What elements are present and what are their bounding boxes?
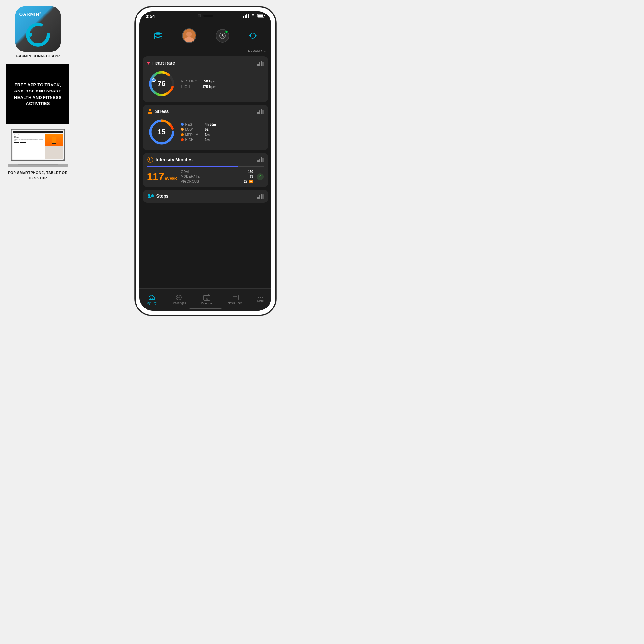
speaker <box>203 15 213 17</box>
svg-rect-7 <box>258 15 263 17</box>
intensity-check-icon: ✓ <box>257 173 264 180</box>
intensity-value-display: 117 /WEEK <box>147 171 178 183</box>
medium-dot <box>181 133 184 136</box>
vigorous-value: 27 <box>244 180 247 183</box>
stress-card[interactable]: Stress <box>143 105 268 150</box>
stress-rest-row: REST 4h 56m <box>181 123 216 126</box>
stress-medium-row: MEDIUM 3m <box>181 133 216 137</box>
moderate-value: 63 <box>250 175 253 178</box>
nav-news-feed[interactable]: News Feed <box>228 295 242 305</box>
steps-card[interactable]: Steps <box>143 190 268 203</box>
resting-stat: RESTING 58 bpm <box>181 79 217 83</box>
svg-rect-39 <box>257 160 259 162</box>
stress-high-label: HIGH <box>185 138 203 142</box>
nav-my-day[interactable]: My Day <box>147 295 157 305</box>
svg-rect-4 <box>246 14 247 18</box>
nav-challenges[interactable]: Challenges <box>172 295 186 305</box>
svg-rect-31 <box>259 110 260 114</box>
promo-panel: FREE APP TO TRACK, ANALYSE AND SHARE HEA… <box>6 64 69 124</box>
intensity-stats: GOAL 150 MODERATE 63 VIGOROUS 27 <box>181 170 253 183</box>
high-dot <box>181 138 184 141</box>
svg-point-46 <box>151 194 153 195</box>
watch-icon[interactable] <box>216 29 229 43</box>
avatar-face <box>183 29 196 42</box>
intensity-body: 117 /WEEK GOAL 150 MODERATE 63 <box>147 170 264 183</box>
svg-rect-42 <box>262 158 264 162</box>
stress-chart-icon[interactable] <box>257 109 264 114</box>
vigorous-label: VIGOROUS <box>181 180 199 183</box>
steps-chart-icon[interactable] <box>257 194 264 199</box>
notch <box>189 11 222 20</box>
nav-more[interactable]: More <box>257 297 264 303</box>
intensity-title: Intensity Minutes <box>147 157 193 163</box>
svg-rect-48 <box>259 195 260 199</box>
stress-low-row: LOW 52m <box>181 128 216 131</box>
laptop-caption: FOR SMARTPHONE, TABLET OR DESKTOP <box>6 170 69 181</box>
app-title: GARMIN CONNECT APP <box>16 54 60 58</box>
svg-rect-40 <box>259 159 260 162</box>
watch-online-dot <box>225 30 228 33</box>
heart-rate-card[interactable]: ♥ Heart Rate <box>143 56 268 102</box>
garmin-c-logo <box>25 22 51 48</box>
svg-rect-3 <box>245 15 246 18</box>
avatar[interactable] <box>182 28 196 43</box>
nav-calendar[interactable]: 31 Calendar <box>201 294 213 305</box>
stress-value: 15 <box>157 128 165 136</box>
phone-nav-header <box>139 25 271 46</box>
intensity-chart-icon[interactable] <box>257 157 264 162</box>
heart-rate-chart-icon[interactable] <box>257 61 264 66</box>
heart-rate-body: 76 RESTING 58 bpm HIGH 175 bpm <box>147 69 264 98</box>
svg-point-45 <box>151 195 154 197</box>
news-feed-label: News Feed <box>228 301 242 305</box>
stress-title: Stress <box>147 109 169 114</box>
nav-inbox-icon[interactable] <box>154 32 162 39</box>
moderate-label: MODERATE <box>181 175 200 178</box>
svg-rect-30 <box>257 112 259 114</box>
intensity-progress-bar <box>147 166 264 167</box>
svg-rect-32 <box>261 109 262 114</box>
svg-point-28 <box>152 79 155 82</box>
stress-rest-value: 4h 56m <box>205 123 216 126</box>
phone-section: 3:54 <box>76 6 335 316</box>
heart-rate-label: Heart Rate <box>152 61 175 66</box>
stress-high-value: 1m <box>205 138 210 142</box>
intensity-unit: /WEEK <box>165 176 177 181</box>
stress-low-label: LOW <box>185 128 203 131</box>
watch-svg <box>219 32 226 40</box>
stress-low-value: 52m <box>205 128 212 131</box>
svg-rect-33 <box>262 110 264 114</box>
intensity-card[interactable]: Intensity Minutes <box>143 153 268 187</box>
heart-rate-value: 76 <box>157 80 165 88</box>
stress-person-icon <box>147 109 153 114</box>
svg-point-13 <box>186 32 191 37</box>
svg-point-29 <box>149 109 151 111</box>
app-icon[interactable]: GARMIN® <box>15 6 61 52</box>
calendar-icon: 31 <box>203 294 210 301</box>
laptop-image: Fitness atyourfingertips On website or a… <box>8 129 68 167</box>
sync-icon[interactable] <box>249 32 257 40</box>
expand-label: EXPAND <box>248 49 262 53</box>
high-hr-value: 175 bpm <box>202 85 217 89</box>
high-stat: HIGH 175 bpm <box>181 85 217 89</box>
calendar-label: Calendar <box>201 302 213 305</box>
intensity-label: Intensity Minutes <box>156 157 193 162</box>
heart-rate-title: ♥ Heart Rate <box>147 60 175 66</box>
svg-rect-22 <box>257 64 259 66</box>
heart-rate-gauge: 76 <box>147 69 176 98</box>
svg-rect-25 <box>262 62 264 66</box>
heart-icon: ♥ <box>147 60 150 66</box>
steps-label: Steps <box>156 194 169 199</box>
expand-button[interactable]: EXPAND ⌄ <box>248 49 266 53</box>
stress-header: Stress <box>147 109 264 114</box>
svg-point-1 <box>28 33 32 37</box>
moderate-row: MODERATE 63 <box>181 175 253 178</box>
svg-rect-50 <box>262 194 264 199</box>
stress-gauge: 15 <box>147 118 176 147</box>
phone-screen: 3:54 <box>139 11 271 311</box>
svg-rect-47 <box>257 197 259 199</box>
status-time: 3:54 <box>146 14 155 19</box>
signal-icon <box>243 14 249 18</box>
svg-rect-24 <box>261 61 262 66</box>
sync-svg <box>249 32 257 40</box>
intensity-bar-fill <box>147 166 238 167</box>
